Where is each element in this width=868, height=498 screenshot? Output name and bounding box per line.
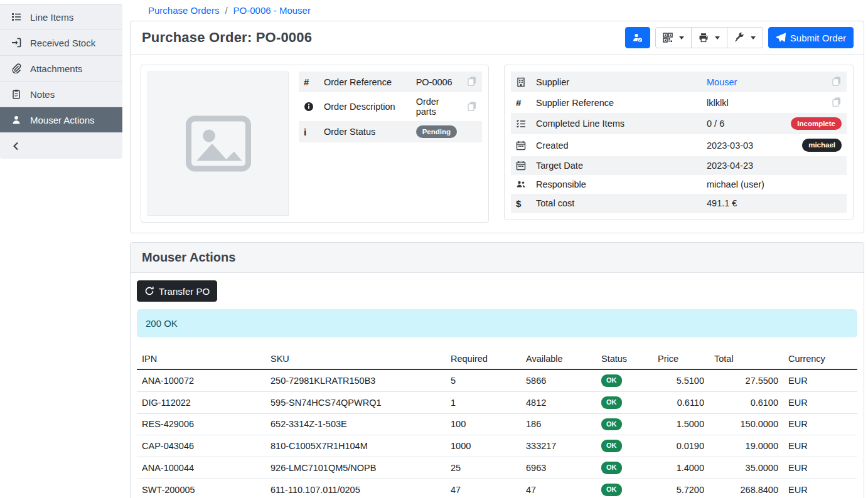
mouser-actions-body: Transfer PO 200 OK IPN SKU Required Avai… <box>131 273 864 498</box>
mouser-actions-card: Mouser Actions Transfer PO 200 OK <box>130 242 864 498</box>
cell-sku: 250-72981KLRATR150B3 <box>265 369 446 391</box>
order-info-table: # Order Reference PO-0006 Order Descript… <box>299 72 482 142</box>
cell-sku: 652-3314Z-1-503E <box>265 413 446 435</box>
main-content: Purchase Orders / PO-0006 - Mouser Purch… <box>122 0 868 498</box>
table-row: Responsible michael (user) <box>511 175 847 194</box>
detail-value: michael (user) <box>702 175 778 194</box>
incomplete-badge: Incomplete <box>791 117 842 130</box>
printer-icon <box>699 33 709 43</box>
cell-total: 268.8400 <box>709 479 783 498</box>
breadcrumb-link-current-order[interactable]: PO-0006 - Mouser <box>233 5 311 16</box>
sidebar-item-label: Mouser Actions <box>30 115 95 125</box>
table-row: ANA-100044 926-LMC7101QM5/NOPB 25 6963 O… <box>137 457 857 479</box>
cell-required: 100 <box>446 413 521 435</box>
supplier-info-box: Supplier Mouser # Supplier Reference lkl… <box>504 65 854 220</box>
detail-value: 2023-03-03 <box>702 134 778 156</box>
sidebar-item-label: Line Items <box>30 12 73 23</box>
cell-price: 1.4000 <box>653 457 709 479</box>
cell-price: 5.7200 <box>653 479 709 498</box>
paperclip-icon <box>11 63 22 73</box>
refresh-icon <box>144 286 154 296</box>
cell-currency: EUR <box>783 435 857 457</box>
status-badge: OK <box>601 418 622 431</box>
cell-ipn: RES-429006 <box>137 413 265 435</box>
cell-total: 0.6100 <box>709 391 783 413</box>
cell-ipn: CAP-043046 <box>137 435 265 457</box>
cell-currency: EUR <box>783 479 857 498</box>
copy-icon[interactable] <box>467 76 477 86</box>
cell-required: 47 <box>446 479 521 498</box>
detail-label: Order Status <box>319 121 411 142</box>
table-row: ANA-100072 250-72981KLRATR150B3 5 5866 O… <box>137 369 857 391</box>
table-row: $ Total cost 491.1 € <box>511 194 847 213</box>
sidebar-collapse-button[interactable] <box>0 133 122 159</box>
cell-total: 19.0000 <box>709 435 783 457</box>
image-icon <box>181 106 256 181</box>
submit-order-button[interactable]: Submit Order <box>768 27 854 48</box>
hash-icon: # <box>299 72 319 92</box>
sign-in-icon <box>11 38 22 48</box>
cell-price: 5.5100 <box>653 369 709 391</box>
detail-label: Supplier Reference <box>531 92 702 113</box>
page-title: Purchase Order: PO-0006 <box>142 29 312 46</box>
cell-ipn: ANA-100072 <box>137 369 265 391</box>
detail-label: Order Description <box>319 92 411 121</box>
sidebar-item-notes[interactable]: Notes <box>0 82 122 107</box>
supplier-link[interactable]: Mouser <box>707 77 737 87</box>
breadcrumb-separator: / <box>225 5 227 16</box>
cell-available: 5866 <box>521 369 596 391</box>
status-badge: OK <box>601 440 622 452</box>
list-check-icon <box>511 113 531 134</box>
order-toolbar: Submit Order <box>625 27 854 48</box>
detail-value: Order parts <box>411 92 462 121</box>
copy-icon[interactable] <box>832 97 842 107</box>
column-header-currency: Currency <box>783 349 857 369</box>
status-badge: OK <box>601 396 622 409</box>
order-options-button[interactable] <box>727 27 763 48</box>
cell-ipn: DIG-112022 <box>137 391 265 413</box>
copy-icon[interactable] <box>467 101 477 111</box>
detail-label: Total cost <box>531 194 702 213</box>
panel-title: Mouser Actions <box>142 250 852 265</box>
detail-label: Supplier <box>531 72 702 92</box>
transfer-po-button[interactable]: Transfer PO <box>137 280 217 302</box>
detail-value: 491.1 € <box>702 194 778 213</box>
sidebar-item-attachments[interactable]: Attachments <box>0 56 122 82</box>
transfer-po-label: Transfer PO <box>159 286 210 297</box>
sidebar-item-label: Attachments <box>30 63 82 74</box>
user-check-icon <box>633 33 643 43</box>
qrcode-icon <box>663 33 673 43</box>
cell-currency: EUR <box>783 391 857 413</box>
table-row: Completed Line Items 0 / 6 Incomplete <box>511 113 847 134</box>
building-icon <box>511 72 531 92</box>
table-header-row: IPN SKU Required Available Status Price … <box>137 349 857 369</box>
detail-label: Responsible <box>531 175 702 194</box>
sidebar-item-received-stock[interactable]: Received Stock <box>0 30 122 56</box>
cell-total: 150.0000 <box>709 413 783 435</box>
cell-required: 25 <box>446 457 521 479</box>
cell-price: 0.6110 <box>653 391 709 413</box>
cell-sku: 810-C1005X7R1H104M <box>265 435 446 457</box>
order-image-placeholder[interactable] <box>147 72 289 216</box>
barcode-actions-button[interactable] <box>655 27 692 48</box>
sidebar-item-label: Received Stock <box>30 38 95 48</box>
cell-sku: 595-SN74HCS74QPWRQ1 <box>265 391 446 413</box>
sidebar-item-line-items[interactable]: Line Items <box>0 4 122 30</box>
cell-sku: 611-110.107.011/0205 <box>265 479 446 498</box>
order-action-button-group <box>655 27 763 48</box>
cell-currency: EUR <box>783 457 857 479</box>
breadcrumb: Purchase Orders / PO-0006 - Mouser <box>130 0 864 21</box>
hash-icon: # <box>511 92 531 113</box>
table-row: i Order Status Pending <box>299 121 482 142</box>
copy-icon[interactable] <box>832 76 842 86</box>
cell-sku: 926-LMC7101QM5/NOPB <box>265 457 446 479</box>
status-alert: 200 OK <box>137 309 857 337</box>
order-details: # Order Reference PO-0006 Order Descript… <box>131 55 864 233</box>
print-actions-button[interactable] <box>691 27 727 48</box>
sidebar-item-mouser-actions[interactable]: Mouser Actions <box>0 107 122 133</box>
breadcrumb-link-purchase-orders[interactable]: Purchase Orders <box>148 5 219 16</box>
responsible-user-button[interactable] <box>625 27 650 48</box>
table-row: # Order Reference PO-0006 <box>299 72 482 92</box>
clipboard-icon <box>11 89 22 99</box>
cell-required: 1000 <box>446 435 521 457</box>
